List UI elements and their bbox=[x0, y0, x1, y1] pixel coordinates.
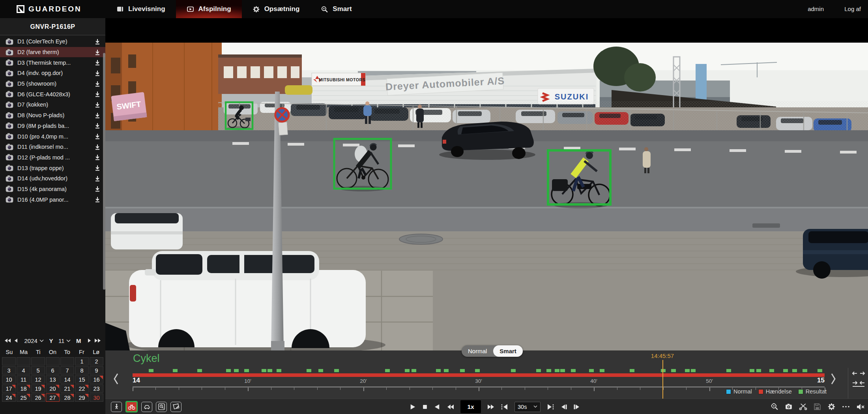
tab-live[interactable]: Livevisning bbox=[106, 0, 176, 18]
stop-button[interactable] bbox=[422, 403, 428, 410]
calendar-day-29[interactable]: 29 bbox=[75, 393, 89, 402]
download-button[interactable] bbox=[94, 70, 101, 77]
camera-item-D8[interactable]: D8 (Novo P-plads) bbox=[0, 110, 105, 121]
calendar-day-25[interactable]: 25 bbox=[17, 393, 30, 402]
download-button[interactable] bbox=[94, 175, 101, 182]
sidebar-scrollbar[interactable] bbox=[103, 53, 105, 290]
prev-frame-button[interactable] bbox=[560, 403, 567, 410]
speed-up-button[interactable] bbox=[487, 403, 495, 410]
camera-item-D9[interactable]: D9 (8M p-plads ba... bbox=[0, 121, 105, 131]
mode-normal[interactable]: Normal bbox=[462, 345, 493, 357]
skip-interval-select[interactable]: 30s bbox=[514, 402, 541, 412]
next-month-button[interactable] bbox=[86, 338, 93, 343]
play-button[interactable] bbox=[409, 403, 416, 410]
camera-item-D11[interactable]: D11 (indkorsel mo... bbox=[0, 142, 105, 152]
settings-button[interactable] bbox=[827, 403, 836, 411]
next-year-button[interactable] bbox=[93, 338, 102, 343]
next-frame-button[interactable] bbox=[573, 403, 580, 410]
calendar-day-15[interactable]: 15 bbox=[75, 375, 89, 384]
tab-smart[interactable]: Smart bbox=[310, 0, 362, 18]
download-button[interactable] bbox=[94, 122, 101, 129]
camera-item-D5[interactable]: D5 (showroom) bbox=[0, 79, 105, 89]
download-button[interactable] bbox=[94, 165, 101, 171]
video-viewport[interactable]: SWIFT MITSUBISHI MOTORS Dreyer Autom bbox=[105, 18, 868, 350]
filter-person-button[interactable] bbox=[111, 402, 122, 412]
calendar-day-5[interactable]: 5 bbox=[31, 366, 45, 375]
camera-item-D1[interactable]: D1 (ColerTech Eye) bbox=[0, 36, 105, 47]
camera-item-D14[interactable]: D14 (udv,hoveddor) bbox=[0, 173, 105, 184]
tab-playback[interactable]: Afspilning bbox=[176, 0, 242, 18]
download-button[interactable] bbox=[94, 185, 101, 192]
logout-link[interactable]: Log af bbox=[844, 6, 861, 12]
camera-item-D7[interactable]: D7 (kokken) bbox=[0, 99, 105, 110]
calendar-day-30[interactable]: 30 bbox=[90, 393, 103, 402]
snapshot-button[interactable] bbox=[785, 403, 793, 411]
calendar-day-27[interactable]: 27 bbox=[46, 393, 60, 402]
prev-year-button[interactable] bbox=[3, 338, 13, 343]
camera-item-D16[interactable]: D16 (4.0MP panor... bbox=[0, 194, 105, 205]
prev-month-button[interactable] bbox=[13, 338, 19, 343]
camera-item-D3[interactable]: D3 (Thermisk temp... bbox=[0, 57, 105, 68]
download-button[interactable] bbox=[94, 144, 101, 150]
download-button[interactable] bbox=[94, 112, 101, 119]
draw-area-button[interactable] bbox=[170, 402, 181, 412]
calendar-day-28[interactable]: 28 bbox=[60, 393, 74, 402]
calendar-day-9[interactable]: 9 bbox=[90, 366, 103, 375]
download-button[interactable] bbox=[94, 49, 101, 56]
download-button[interactable] bbox=[94, 38, 101, 45]
skip-back-button[interactable] bbox=[501, 403, 509, 410]
calendar-day-17[interactable]: 17 bbox=[2, 384, 16, 393]
month-select[interactable]: 11 bbox=[58, 337, 71, 344]
camera-item-D6[interactable]: D6 (GLCE-A4028x3) bbox=[0, 89, 105, 99]
clip-button[interactable] bbox=[799, 403, 807, 411]
calendar-day-12[interactable]: 12 bbox=[31, 375, 45, 384]
camera-item-D2[interactable]: D2 (farve therm) bbox=[0, 47, 105, 58]
device-name[interactable]: GNVR-P1616P bbox=[0, 18, 105, 36]
timeline-next-button[interactable] bbox=[827, 371, 839, 387]
timeline-zoom-in-button[interactable] bbox=[852, 380, 865, 389]
reverse-play-button[interactable] bbox=[434, 403, 441, 410]
calendar-day-18[interactable]: 18 bbox=[17, 384, 30, 393]
calendar-day-6[interactable]: 6 bbox=[46, 366, 60, 375]
download-button[interactable] bbox=[94, 101, 101, 108]
calendar-day-11[interactable]: 11 bbox=[17, 375, 30, 384]
tab-setup[interactable]: Opsætning bbox=[242, 0, 311, 18]
filter-bicycle-button[interactable] bbox=[125, 401, 138, 412]
timeline-track[interactable] bbox=[133, 373, 825, 377]
filter-car-button[interactable] bbox=[141, 402, 152, 412]
calendar-day-23[interactable]: 23 bbox=[90, 384, 103, 393]
calendar-day-22[interactable]: 22 bbox=[75, 384, 89, 393]
calendar-day-24[interactable]: 24 bbox=[2, 393, 16, 402]
download-button[interactable] bbox=[94, 154, 101, 161]
timeline-zoom-out-button[interactable] bbox=[852, 370, 865, 378]
download-button[interactable] bbox=[94, 81, 101, 87]
calendar-day-1[interactable]: 1 bbox=[75, 357, 89, 365]
calendar-day-14[interactable]: 14 bbox=[60, 375, 74, 384]
calendar-day-26[interactable]: 26 bbox=[31, 393, 45, 402]
calendar-day-7[interactable]: 7 bbox=[60, 366, 74, 375]
digital-zoom-button[interactable] bbox=[771, 403, 779, 411]
timeline-prev-button[interactable] bbox=[110, 371, 122, 387]
calendar-day-19[interactable]: 19 bbox=[31, 384, 45, 393]
calendar-day-21[interactable]: 21 bbox=[60, 384, 74, 393]
download-button[interactable] bbox=[94, 196, 101, 203]
download-button[interactable] bbox=[94, 59, 101, 66]
skip-forward-button[interactable] bbox=[546, 403, 554, 410]
calendar-day-20[interactable]: 20 bbox=[46, 384, 60, 393]
calendar-day-2[interactable]: 2 bbox=[90, 357, 103, 365]
calendar-day-13[interactable]: 13 bbox=[46, 375, 60, 384]
calendar-day-10[interactable]: 10 bbox=[2, 375, 16, 384]
mode-smart[interactable]: Smart bbox=[493, 345, 523, 357]
timeline-ruler[interactable] bbox=[133, 386, 825, 391]
calendar-day-8[interactable]: 8 bbox=[75, 366, 89, 375]
calendar-day-16[interactable]: 16 bbox=[90, 375, 103, 384]
camera-item-D15[interactable]: D15 (4k panorama) bbox=[0, 184, 105, 195]
speed-down-button[interactable] bbox=[447, 403, 455, 410]
download-button[interactable] bbox=[94, 91, 101, 97]
audio-mute-button[interactable] bbox=[856, 403, 866, 411]
year-select[interactable]: 2024 bbox=[24, 337, 44, 344]
download-button[interactable] bbox=[94, 133, 101, 140]
camera-item-D13[interactable]: D13 (trappe oppe) bbox=[0, 163, 105, 173]
camera-item-D12[interactable]: D12 (P-plads mod ... bbox=[0, 152, 105, 163]
more-button[interactable] bbox=[842, 403, 850, 411]
